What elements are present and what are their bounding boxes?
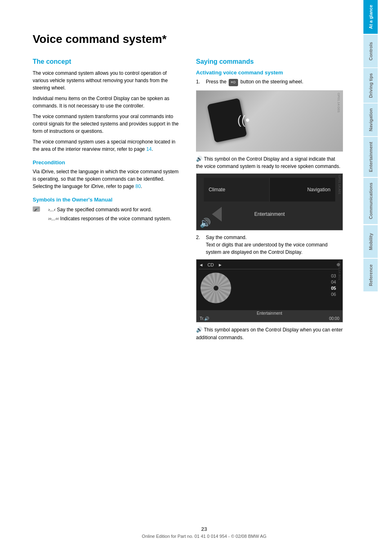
voice-mic-symbol: 🔊 <box>196 156 203 162</box>
steering-button-icon: ≡⊙ <box>229 79 238 86</box>
step1-num: 1. <box>196 78 203 86</box>
concept-p1: The voice command system allows you to c… <box>33 69 180 92</box>
step1: 1. Press the ≡⊙ button on the steering w… <box>196 78 343 86</box>
sidebar-tab-controls[interactable]: Controls <box>363 35 378 67</box>
symbol-text-block: ›...‹ Say the specified commands word fo… <box>48 206 171 222</box>
img1-watermark: GF01.14.G01 <box>337 93 341 112</box>
control-display-image: Climate Navigation Entertainment 🔊 GF01.… <box>196 173 343 231</box>
control-grid: Climate Navigation Entertainment <box>204 178 335 226</box>
concept-p2: Individual menu items on the Control Dis… <box>33 95 180 110</box>
footer-text: Online Edition for Part no. 01 41 0 014 … <box>33 534 376 539</box>
sidebar: At a glance Controls Driving tips Naviga… <box>363 0 378 555</box>
two-column-layout: The concept The voice command system all… <box>33 58 343 345</box>
img2-watermark: GF01.14.A01 <box>338 175 341 195</box>
cd-next-icon: ► <box>218 262 223 267</box>
sidebar-tab-driving-tips[interactable]: Driving tips <box>363 68 378 103</box>
sidebar-tab-navigation[interactable]: Navigation <box>363 103 378 136</box>
saying-heading: Saying commands <box>196 58 343 65</box>
cd-prev-icon: ◄ <box>199 262 203 267</box>
page-container: Voice command system* The concept The vo… <box>0 0 392 555</box>
entertainment-cell: Entertainment <box>204 202 335 226</box>
caption2: 🔊 This symbol appears on the Control Dis… <box>196 326 343 341</box>
navigation-cell: Navigation <box>270 178 335 201</box>
cd-track-05: 05 <box>331 286 336 291</box>
cd-footer-label: Entertainment <box>196 310 343 316</box>
cd-disc <box>200 273 231 303</box>
activating-heading: Activating voice command system <box>196 69 343 76</box>
concept-p3: The voice command system transforms your… <box>33 113 180 135</box>
cd-track-03: 03 <box>331 273 336 278</box>
entertainment-label: Entertainment <box>254 211 285 217</box>
entertainment-image: ◄ CD ► ⊕ 03 04 05 0 <box>196 259 343 322</box>
concept-heading: The concept <box>33 58 180 65</box>
cd-time: 00:00 <box>329 316 339 321</box>
climate-cell: Climate <box>204 178 269 201</box>
symbol1-text: ›...‹ Say the specified commands word fo… <box>48 206 171 213</box>
sidebar-tab-reference[interactable]: Reference <box>363 259 378 291</box>
concept-p4: The voice command system uses a special … <box>33 138 180 153</box>
left-column: The concept The voice command system all… <box>33 58 180 345</box>
sidebar-tab-entertainment[interactable]: Entertainment <box>363 137 378 177</box>
caption1: 🔊 This symbol on the Control Display and… <box>196 155 343 170</box>
page-footer: 23 Online Edition for Part no. 01 41 0 0… <box>33 526 376 539</box>
page-number: 23 <box>33 526 376 532</box>
precondition-heading: Precondition <box>33 159 180 166</box>
step2-num: 2. <box>196 234 203 256</box>
symbol-block: 🎤 ›...‹ Say the specified commands word … <box>33 206 180 222</box>
step2-text: Say the command.Text or digits that are … <box>206 234 343 256</box>
precondition-text: Via iDrive, select the language in which… <box>33 168 180 190</box>
symbols-heading: Symbols in the Owner's Manual <box>33 197 180 203</box>
step2: 2. Say the command.Text or digits that a… <box>196 234 343 256</box>
climate-label: Climate <box>209 187 225 192</box>
symbol-mic-icon: 🎤 <box>33 206 45 222</box>
main-content: Voice command system* The concept The vo… <box>0 0 363 555</box>
cd-header: ◄ CD ► ⊕ <box>199 262 340 269</box>
cd-footer-left: Tr.🔊 <box>200 316 209 321</box>
precondition-link[interactable]: 80 <box>136 184 141 189</box>
sidebar-tab-at-a-glance[interactable]: At a glance <box>363 0 378 34</box>
page-title: Voice command system* <box>33 33 343 46</box>
right-column: Saying commands Activating voice command… <box>196 58 343 345</box>
img3-watermark: GF01.14.B01 <box>338 261 341 280</box>
sidebar-tab-communications[interactable]: Communications <box>363 178 378 224</box>
sidebar-tab-mobility[interactable]: Mobility <box>363 225 378 258</box>
cd-label: CD <box>207 262 214 267</box>
voice-mic-symbol-2: 🔊 <box>196 327 203 333</box>
step1-text: Press the ≡⊙ button on the steering whee… <box>206 78 303 86</box>
cd-track-04: 04 <box>331 280 336 284</box>
navigation-label: Navigation <box>307 187 330 192</box>
concept-link[interactable]: 14 <box>146 146 151 152</box>
cd-track-06: 06 <box>331 292 336 297</box>
voice-icon-image: ((• GF01.14.G01 <box>196 90 343 152</box>
symbol2-text: ››...‹‹ Indicates responses of the voice… <box>48 215 171 222</box>
